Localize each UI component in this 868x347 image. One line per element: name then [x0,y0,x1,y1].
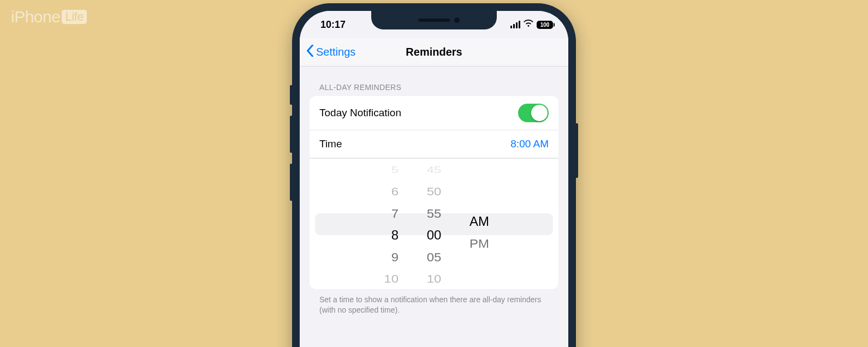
settings-content: ALL-DAY REMINDERS Today Notification Tim… [300,67,568,321]
back-button[interactable]: Settings [306,45,355,59]
time-row[interactable]: Time 8:00 AM [310,130,558,158]
picker-ampm-column[interactable]: AM PM [469,159,497,289]
cellular-signal-icon [510,21,521,28]
picker-minute-column[interactable]: 45 50 55 00 05 10 15 [420,159,448,289]
navigation-bar: Settings Reminders [300,38,568,67]
time-label: Time [319,138,342,150]
wifi-icon [524,20,533,29]
picker-minute-selected[interactable]: 00 [427,224,442,246]
picker-minute-option[interactable]: 05 [427,247,442,267]
today-notification-row: Today Notification [310,96,558,130]
picker-hour-column[interactable]: 5 6 7 8 9 10 11 [371,159,399,289]
picker-minute-option[interactable]: 55 [427,203,442,224]
picker-minute-option[interactable]: 50 [427,182,442,201]
phone-screen: 10:17 100 Settings Reminders [300,11,568,347]
phone-side-buttons-left [290,85,292,212]
toggle-knob [531,105,548,121]
today-notification-label: Today Notification [319,107,401,119]
speaker-grille [418,19,450,22]
section-header: ALL-DAY REMINDERS [310,83,558,96]
chevron-left-icon [306,45,314,59]
time-picker[interactable]: 5 6 7 8 9 10 11 45 50 55 00 05 10 [310,158,558,289]
section-footer-note: Set a time to show a notification when t… [310,289,558,321]
picker-ampm-selected[interactable]: AM [469,211,489,232]
time-value: 8:00 AM [510,138,549,150]
settings-group: Today Notification Time 8:00 AM 5 6 7 [310,96,558,289]
page-title: Reminders [406,46,462,58]
status-indicators: 100 [510,20,554,29]
watermark-text-a: iPhone [11,8,60,26]
picker-hour-option[interactable]: 9 [391,247,399,267]
picker-hour-option[interactable]: 5 [391,162,399,177]
picker-hour-option[interactable]: 6 [391,182,399,201]
back-button-label: Settings [316,46,355,58]
picker-minute-option[interactable]: 10 [427,270,442,288]
status-time: 10:17 [315,19,346,31]
picker-minute-option[interactable]: 45 [427,162,442,177]
picker-hour-option[interactable]: 7 [391,203,399,224]
phone-notch [371,11,497,29]
battery-level: 100 [540,22,550,28]
picker-hour-selected[interactable]: 8 [391,224,399,246]
today-notification-toggle[interactable] [518,104,549,122]
picker-hour-option[interactable]: 10 [384,270,399,288]
phone-device-frame: 10:17 100 Settings Reminders [292,3,576,347]
picker-ampm-option[interactable]: PM [469,233,489,254]
front-camera [454,17,460,23]
watermark-text-b: Life [62,10,86,24]
battery-icon: 100 [537,21,553,29]
watermark-logo: iPhone Life [11,8,87,26]
phone-side-button-right [575,123,578,178]
